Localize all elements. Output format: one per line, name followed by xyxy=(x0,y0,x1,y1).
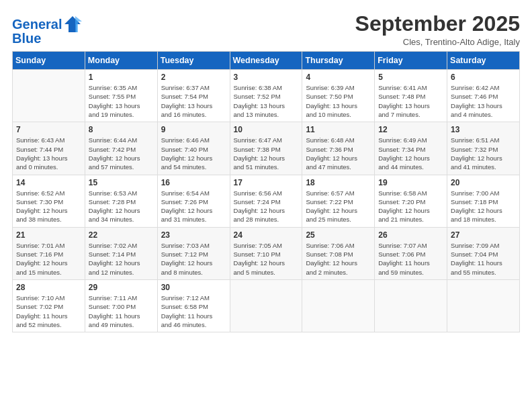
day-detail: Sunrise: 6:39 AMSunset: 7:50 PMDaylight:… xyxy=(306,83,371,119)
day-cell: 6Sunrise: 6:42 AMSunset: 7:46 PMDaylight… xyxy=(447,70,520,122)
day-number: 29 xyxy=(89,283,154,292)
day-cell: 3Sunrise: 6:38 AMSunset: 7:52 PMDaylight… xyxy=(230,70,302,122)
day-detail: Sunrise: 6:35 AMSunset: 7:55 PMDaylight:… xyxy=(89,83,154,119)
day-number: 20 xyxy=(451,178,516,187)
day-number: 3 xyxy=(234,73,299,82)
month-title: September 2025 xyxy=(355,12,520,36)
day-cell xyxy=(13,70,85,122)
day-detail: Sunrise: 7:06 AMSunset: 7:08 PMDaylight:… xyxy=(306,241,371,277)
day-cell: 4Sunrise: 6:39 AMSunset: 7:50 PMDaylight… xyxy=(302,70,375,122)
day-number: 30 xyxy=(161,283,226,292)
day-cell: 20Sunrise: 7:00 AMSunset: 7:18 PMDayligh… xyxy=(447,175,520,227)
day-number: 2 xyxy=(161,73,226,82)
day-cell: 14Sunrise: 6:52 AMSunset: 7:30 PMDayligh… xyxy=(13,175,85,227)
day-number: 19 xyxy=(378,178,443,187)
day-detail: Sunrise: 7:11 AMSunset: 7:00 PMDaylight:… xyxy=(89,293,154,329)
day-detail: Sunrise: 6:54 AMSunset: 7:26 PMDaylight:… xyxy=(161,189,226,224)
day-cell: 25Sunrise: 7:06 AMSunset: 7:08 PMDayligh… xyxy=(302,227,375,279)
day-number: 16 xyxy=(161,178,226,187)
day-cell: 9Sunrise: 6:46 AMSunset: 7:40 PMDaylight… xyxy=(157,122,230,175)
day-detail: Sunrise: 6:52 AMSunset: 7:30 PMDaylight:… xyxy=(16,189,81,224)
day-cell: 19Sunrise: 6:58 AMSunset: 7:20 PMDayligh… xyxy=(375,175,447,227)
day-detail: Sunrise: 6:46 AMSunset: 7:40 PMDaylight:… xyxy=(161,136,226,171)
week-row-3: 14Sunrise: 6:52 AMSunset: 7:30 PMDayligh… xyxy=(13,175,520,227)
day-detail: Sunrise: 6:47 AMSunset: 7:38 PMDaylight:… xyxy=(234,136,299,171)
day-cell: 10Sunrise: 6:47 AMSunset: 7:38 PMDayligh… xyxy=(230,122,302,175)
day-cell: 23Sunrise: 7:03 AMSunset: 7:12 PMDayligh… xyxy=(157,227,230,279)
day-detail: Sunrise: 6:48 AMSunset: 7:36 PMDaylight:… xyxy=(306,136,371,171)
day-number: 24 xyxy=(234,230,299,240)
day-number: 15 xyxy=(89,178,154,187)
subtitle: Cles, Trentino-Alto Adige, Italy xyxy=(355,37,520,47)
day-cell: 12Sunrise: 6:49 AMSunset: 7:34 PMDayligh… xyxy=(375,122,447,175)
day-cell: 13Sunrise: 6:51 AMSunset: 7:32 PMDayligh… xyxy=(447,122,520,175)
header-cell-tuesday: Tuesday xyxy=(157,52,230,70)
day-number: 25 xyxy=(306,230,371,240)
page: General Blue September 2025 Cles, Trenti… xyxy=(0,0,532,411)
day-detail: Sunrise: 7:01 AMSunset: 7:16 PMDaylight:… xyxy=(16,241,81,277)
day-number: 13 xyxy=(451,125,516,134)
day-number: 12 xyxy=(378,125,443,134)
day-cell: 28Sunrise: 7:10 AMSunset: 7:02 PMDayligh… xyxy=(13,279,85,332)
day-detail: Sunrise: 6:58 AMSunset: 7:20 PMDaylight:… xyxy=(378,189,443,224)
day-detail: Sunrise: 6:44 AMSunset: 7:42 PMDaylight:… xyxy=(89,136,154,171)
day-cell xyxy=(375,279,447,332)
day-cell: 16Sunrise: 6:54 AMSunset: 7:26 PMDayligh… xyxy=(157,175,230,227)
week-row-2: 7Sunrise: 6:43 AMSunset: 7:44 PMDaylight… xyxy=(13,122,520,175)
day-cell: 17Sunrise: 6:56 AMSunset: 7:24 PMDayligh… xyxy=(230,175,302,227)
day-detail: Sunrise: 6:57 AMSunset: 7:22 PMDaylight:… xyxy=(306,189,371,224)
logo-icon xyxy=(63,15,82,34)
header-cell-monday: Monday xyxy=(85,52,157,70)
day-number: 21 xyxy=(16,230,81,240)
day-number: 8 xyxy=(89,125,154,134)
day-cell: 2Sunrise: 6:37 AMSunset: 7:54 PMDaylight… xyxy=(157,70,230,122)
day-cell: 8Sunrise: 6:44 AMSunset: 7:42 PMDaylight… xyxy=(85,122,157,175)
day-cell xyxy=(302,279,375,332)
day-detail: Sunrise: 7:12 AMSunset: 6:58 PMDaylight:… xyxy=(161,293,226,329)
day-number: 9 xyxy=(161,125,226,134)
day-detail: Sunrise: 6:37 AMSunset: 7:54 PMDaylight:… xyxy=(161,83,226,119)
day-cell: 18Sunrise: 6:57 AMSunset: 7:22 PMDayligh… xyxy=(302,175,375,227)
day-cell: 11Sunrise: 6:48 AMSunset: 7:36 PMDayligh… xyxy=(302,122,375,175)
day-detail: Sunrise: 6:56 AMSunset: 7:24 PMDaylight:… xyxy=(234,189,299,224)
day-detail: Sunrise: 6:51 AMSunset: 7:32 PMDaylight:… xyxy=(451,136,516,171)
header-row: SundayMondayTuesdayWednesdayThursdayFrid… xyxy=(13,52,520,70)
day-number: 10 xyxy=(234,125,299,134)
day-cell: 29Sunrise: 7:11 AMSunset: 7:00 PMDayligh… xyxy=(85,279,157,332)
day-number: 23 xyxy=(161,230,226,240)
header-cell-saturday: Saturday xyxy=(447,52,520,70)
day-number: 27 xyxy=(451,230,516,240)
day-cell: 24Sunrise: 7:05 AMSunset: 7:10 PMDayligh… xyxy=(230,227,302,279)
day-detail: Sunrise: 6:38 AMSunset: 7:52 PMDaylight:… xyxy=(234,83,299,119)
day-number: 28 xyxy=(16,283,81,292)
day-detail: Sunrise: 6:49 AMSunset: 7:34 PMDaylight:… xyxy=(378,136,443,171)
day-cell: 1Sunrise: 6:35 AMSunset: 7:55 PMDaylight… xyxy=(85,70,157,122)
day-cell: 26Sunrise: 7:07 AMSunset: 7:06 PMDayligh… xyxy=(375,227,447,279)
week-row-5: 28Sunrise: 7:10 AMSunset: 7:02 PMDayligh… xyxy=(13,279,520,332)
day-detail: Sunrise: 7:05 AMSunset: 7:10 PMDaylight:… xyxy=(234,241,299,277)
day-detail: Sunrise: 6:53 AMSunset: 7:28 PMDaylight:… xyxy=(89,189,154,224)
day-number: 17 xyxy=(234,178,299,187)
day-number: 18 xyxy=(306,178,371,187)
header-cell-thursday: Thursday xyxy=(302,52,375,70)
day-cell: 21Sunrise: 7:01 AMSunset: 7:16 PMDayligh… xyxy=(13,227,85,279)
day-cell: 22Sunrise: 7:02 AMSunset: 7:14 PMDayligh… xyxy=(85,227,157,279)
day-detail: Sunrise: 7:09 AMSunset: 7:04 PMDaylight:… xyxy=(451,241,516,277)
logo: General Blue xyxy=(12,15,82,46)
day-number: 1 xyxy=(89,73,154,82)
day-cell xyxy=(230,279,302,332)
header: General Blue September 2025 Cles, Trenti… xyxy=(12,12,520,47)
day-detail: Sunrise: 7:10 AMSunset: 7:02 PMDaylight:… xyxy=(16,293,81,329)
day-number: 26 xyxy=(378,230,443,240)
day-number: 6 xyxy=(451,73,516,82)
logo-blue-text: Blue xyxy=(12,31,41,46)
day-cell: 30Sunrise: 7:12 AMSunset: 6:58 PMDayligh… xyxy=(157,279,230,332)
day-cell: 7Sunrise: 6:43 AMSunset: 7:44 PMDaylight… xyxy=(13,122,85,175)
header-cell-wednesday: Wednesday xyxy=(230,52,302,70)
title-block: September 2025 Cles, Trentino-Alto Adige… xyxy=(355,12,520,47)
day-number: 22 xyxy=(89,230,154,240)
day-number: 14 xyxy=(16,178,81,187)
day-cell: 27Sunrise: 7:09 AMSunset: 7:04 PMDayligh… xyxy=(447,227,520,279)
day-cell: 5Sunrise: 6:41 AMSunset: 7:48 PMDaylight… xyxy=(375,70,447,122)
day-number: 5 xyxy=(378,73,443,82)
